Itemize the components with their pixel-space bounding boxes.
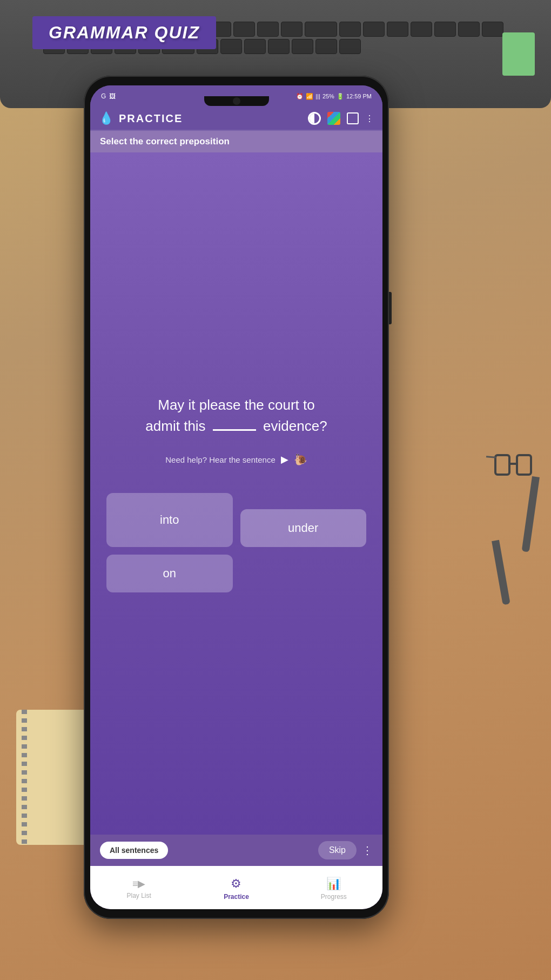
glasses-decoration [492,432,535,541]
slow-play-button[interactable]: 🐌 [294,453,307,466]
quiz-banner: GRAMMAR QUIZ [32,16,216,49]
bottom-nav: ≡▶ Play List ⚙ Practice 📊 Progress [90,866,382,909]
skip-area: Skip ⋮ [318,841,373,859]
app-header: 💧 PRACTICE ⋮ [90,107,382,131]
puzzle-icon[interactable] [327,112,340,125]
timer-icon[interactable] [308,112,321,125]
nav-progress[interactable]: 📊 Progress [285,877,382,901]
battery-icon: 🔋 [337,93,344,100]
battery-percent: 25% [322,93,334,99]
phone-camera [233,97,240,105]
alarm-icon: ⏰ [296,93,304,100]
hear-sentence-text: Need help? Hear the sentence [165,455,275,464]
hear-sentence-area: Need help? Hear the sentence ▶ 🐌 [165,453,307,466]
nav-playlist[interactable]: ≡▶ Play List [90,878,187,899]
nav-practice[interactable]: ⚙ Practice [187,877,285,901]
status-right: ⏰ 📶 ||| 25% 🔋 12:59 PM [296,93,372,100]
header-left: 💧 PRACTICE [99,111,183,125]
playlist-icon: ≡▶ [132,878,146,890]
answer-into[interactable]: into [106,493,233,547]
more-options-button[interactable]: ⋮ [362,844,373,857]
play-audio-button[interactable]: ▶ [281,454,288,465]
signal-strength: ||| [315,93,320,99]
answers-grid: into under on [101,493,372,592]
all-sentences-button[interactable]: All sentences [100,842,168,859]
green-notebook [502,32,535,76]
header-right: ⋮ [308,112,374,125]
question-label: Select the correct preposition [90,131,382,152]
status-left: G 🖼 [101,92,116,100]
app-title: PRACTICE [119,112,183,125]
answer-on[interactable]: on [106,555,233,592]
quiz-banner-text: GRAMMAR QUIZ [49,23,200,42]
progress-icon: 📊 [326,877,341,891]
practice-icon: ⚙ [231,877,241,891]
skip-button[interactable]: Skip [318,841,357,859]
phone-frame: G 🖼 ⏰ 📶 ||| 25% 🔋 12:59 PM 💧 PRACTICE [84,76,389,919]
clock: 12:59 PM [346,93,372,99]
phone-screen: G 🖼 ⏰ 📶 ||| 25% 🔋 12:59 PM 💧 PRACTICE [90,85,382,909]
image-icon: 🖼 [109,92,116,100]
blank-space [213,429,256,431]
app-drop-icon: 💧 [99,111,113,125]
wifi-icon: 📶 [306,93,313,100]
expand-icon[interactable] [347,112,359,124]
main-content: May it please the court to admit this ev… [90,152,382,835]
practice-label: Practice [224,893,249,901]
notepad-spiral [22,710,27,845]
screen-bottom: All sentences Skip ⋮ [90,835,382,866]
more-menu-button[interactable]: ⋮ [365,114,374,124]
phone-side-button [389,292,392,324]
question-text: May it please the court to admit this ev… [145,395,327,437]
g-icon: G [101,92,106,100]
progress-label: Progress [321,893,347,901]
playlist-label: Play List [126,892,151,899]
answer-under[interactable]: under [240,509,367,547]
